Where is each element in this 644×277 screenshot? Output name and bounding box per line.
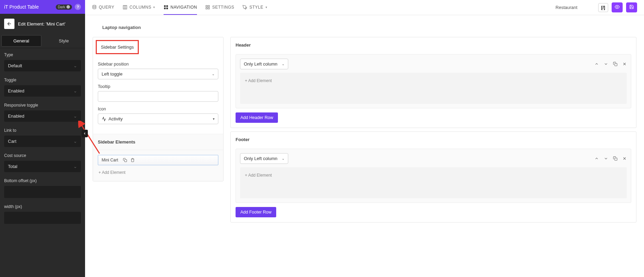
tab-style[interactable]: Style: [44, 35, 84, 47]
chevron-down-icon[interactable]: [604, 156, 608, 161]
header-card: Header Only Left column ⌄: [230, 37, 636, 128]
svg-rect-6: [206, 5, 207, 7]
tab-general[interactable]: General: [1, 35, 41, 47]
link-to-label: Link to: [4, 128, 81, 133]
link-to-select[interactable]: Cart ⌄: [4, 136, 81, 147]
activity-icon: [102, 117, 106, 121]
svg-rect-7: [208, 5, 209, 7]
chevron-down-icon: ⌄: [212, 72, 215, 76]
header-row: Only Left column ⌄: [236, 54, 631, 108]
sidebar-settings-title: Sidebar Settings: [96, 40, 139, 54]
sidebar-settings-card: Sidebar Settings Sidebar position Left t…: [93, 37, 224, 181]
app-title: iT Product Table: [4, 4, 39, 10]
svg-rect-3: [166, 5, 168, 7]
cost-source-select[interactable]: Total ⌄: [4, 161, 81, 172]
chevron-up-icon[interactable]: [594, 62, 599, 66]
svg-rect-11: [125, 160, 127, 162]
mini-cart-element[interactable]: Mini Cart: [98, 155, 218, 165]
type-select[interactable]: Default ⌄: [4, 60, 81, 71]
sidebar-position-select[interactable]: Left toggle ⌄: [98, 69, 218, 79]
copy-icon[interactable]: [613, 62, 617, 66]
chevron-down-icon: ⌄: [282, 157, 284, 160]
svg-point-0: [93, 5, 96, 6]
icon-label: Icon: [98, 107, 218, 111]
save-icon: [629, 4, 634, 9]
tab-style-top[interactable]: STYLE ▾: [242, 0, 267, 15]
svg-rect-9: [208, 8, 209, 9]
chevron-down-icon[interactable]: [604, 62, 608, 66]
chevron-down-icon: ⌄: [73, 88, 77, 93]
tooltip-label: Tooltip: [98, 84, 218, 89]
code-view-button[interactable]: [/]: [598, 3, 608, 12]
help-icon[interactable]: ?: [75, 4, 81, 10]
tooltip-input[interactable]: [98, 91, 218, 102]
svg-rect-1: [123, 5, 127, 9]
toggle-label: Toggle: [4, 78, 81, 82]
back-label: Edit Element: 'Mini Cart': [18, 21, 65, 27]
footer-card: Footer Only Left column ⌄: [230, 131, 636, 222]
settings-icon: [205, 5, 210, 10]
back-button[interactable]: [4, 19, 14, 29]
cost-source-label: Cost source: [4, 153, 81, 158]
trash-icon[interactable]: [131, 158, 135, 162]
chevron-down-icon: ▾: [153, 6, 155, 9]
chevron-up-icon[interactable]: [594, 156, 599, 161]
chevron-down-icon: ▾: [266, 6, 268, 9]
copy-icon[interactable]: [613, 156, 617, 161]
tab-query[interactable]: QUERY: [92, 0, 114, 15]
responsive-toggle-label: Responsive toggle: [4, 103, 81, 108]
preview-button[interactable]: [612, 2, 623, 12]
eye-icon: [615, 4, 620, 9]
svg-rect-2: [164, 5, 166, 7]
footer-row: Only Left column ⌄: [236, 149, 631, 203]
footer-title: Footer: [231, 132, 636, 147]
svg-rect-4: [164, 8, 166, 9]
save-button[interactable]: [626, 2, 637, 12]
svg-rect-12: [615, 63, 617, 66]
copy-icon[interactable]: [123, 158, 127, 162]
add-sidebar-element[interactable]: + Add Element: [98, 169, 218, 176]
tab-settings[interactable]: SETTINGS: [205, 0, 234, 15]
chevron-down-icon: ⌄: [282, 62, 284, 66]
width-label: width (px): [4, 204, 81, 209]
dark-mode-toggle[interactable]: Dark: [56, 4, 72, 10]
svg-rect-5: [166, 8, 168, 9]
main-area: QUERY COLUMNS ▾ NAVIGATION SETTINGS: [85, 0, 644, 277]
add-footer-element[interactable]: + Add Element: [244, 171, 623, 179]
chevron-down-icon: ⌄: [73, 63, 77, 68]
close-icon[interactable]: [622, 62, 627, 66]
project-name: Restaurant: [555, 5, 578, 10]
responsive-toggle-select[interactable]: Enabled ⌄: [4, 110, 81, 122]
tab-navigation[interactable]: NAVIGATION: [164, 0, 197, 15]
type-label: Type: [4, 52, 81, 57]
tab-columns[interactable]: COLUMNS ▾: [123, 0, 155, 15]
navigation-icon: [164, 5, 168, 10]
sidebar-elements-title: Sidebar Elements: [93, 134, 223, 150]
columns-icon: [123, 5, 127, 10]
sidebar-position-label: Sidebar position: [98, 62, 218, 67]
footer-column-select[interactable]: Only Left column ⌄: [240, 153, 288, 164]
header-column-select[interactable]: Only Left column ⌄: [240, 59, 288, 69]
chevron-down-icon: ⌄: [73, 164, 77, 169]
close-icon[interactable]: [622, 156, 627, 161]
left-sidebar: iT Product Table Dark ? Edit Element: 'M…: [0, 0, 85, 277]
collapse-sidebar-button[interactable]: [82, 130, 88, 137]
add-header-element[interactable]: + Add Element: [244, 77, 623, 85]
chevron-down-icon: ⌄: [73, 113, 77, 119]
sidebar-tabs: General Style: [0, 34, 85, 48]
database-icon: [92, 5, 97, 10]
back-row: Edit Element: 'Mini Cart': [0, 14, 85, 34]
header-title: Header: [231, 37, 636, 53]
icon-select[interactable]: Activity ▾: [98, 113, 218, 124]
sidebar-header: iT Product Table Dark ?: [0, 0, 85, 14]
bottom-offset-input[interactable]: [4, 186, 81, 198]
toggle-select[interactable]: Enabled ⌄: [4, 85, 81, 97]
add-footer-row-button[interactable]: Add Footer Row: [236, 207, 276, 217]
add-header-row-button[interactable]: Add Header Row: [236, 112, 278, 123]
chevron-down-icon: ⌄: [73, 139, 77, 144]
svg-rect-8: [206, 8, 207, 9]
section-title: Laptop navigation: [93, 15, 636, 37]
toggle-knob-icon: [66, 5, 70, 9]
width-input[interactable]: [4, 212, 81, 224]
chevron-down-icon: ▾: [213, 117, 215, 121]
